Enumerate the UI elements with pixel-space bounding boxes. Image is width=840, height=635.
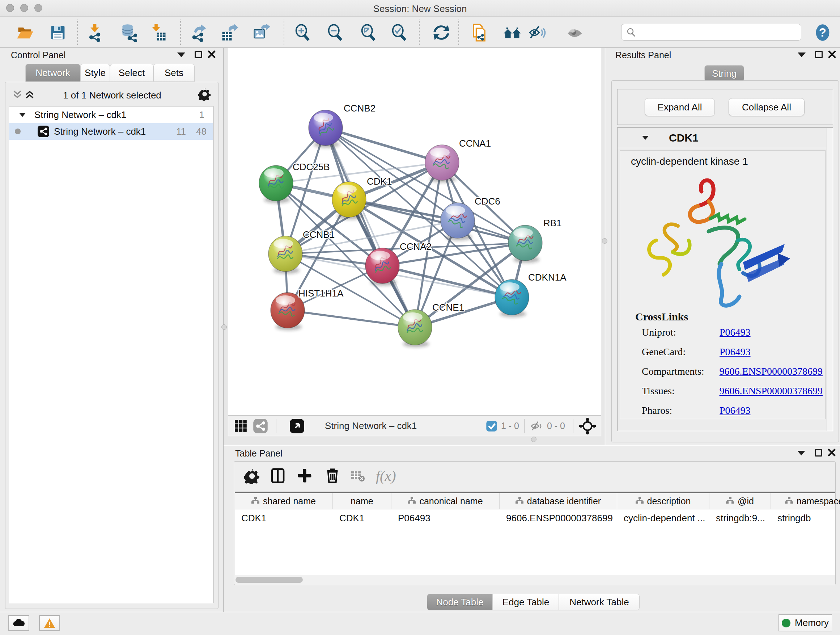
column-header-namespace[interactable]: namespace xyxy=(771,493,840,509)
import-table-icon[interactable] xyxy=(149,23,168,42)
network-node-ccna1[interactable]: CCNA1 xyxy=(425,138,491,180)
delete-column-icon[interactable] xyxy=(324,467,341,484)
show-all-icon[interactable] xyxy=(566,23,584,42)
import-network-database-icon[interactable] xyxy=(120,23,139,42)
column-header-database-identifier[interactable]: database identifier xyxy=(500,493,617,509)
create-column-icon[interactable] xyxy=(296,467,313,484)
table-row[interactable]: CDK1CDK1P064939606.ENSP00000378699cyclin… xyxy=(235,509,835,527)
network-edge[interactable] xyxy=(287,310,415,327)
expand-all-button[interactable]: Expand All xyxy=(645,98,715,116)
network-node-cdkn1a[interactable]: CDKN1A xyxy=(495,272,567,315)
crosslink-value-link[interactable]: P06493 xyxy=(720,346,751,358)
export-image-icon[interactable] xyxy=(252,23,271,42)
network-graph[interactable]: CCNB2CCNA1CDC25BCDK1CDC6RB1CCNB1CCNA2CDK… xyxy=(228,48,601,415)
group-title: CDK1 xyxy=(669,132,699,144)
network-edge[interactable] xyxy=(325,128,442,163)
fit-content-icon[interactable] xyxy=(579,418,596,434)
network-node-ccne1[interactable]: CCNE1 xyxy=(398,302,464,345)
zoom-in-icon[interactable] xyxy=(293,23,312,42)
panel-close-icon[interactable] xyxy=(828,448,836,456)
column-header-shared-name[interactable]: shared name xyxy=(235,493,333,509)
birdseye-view-icon[interactable] xyxy=(503,23,522,42)
tab-style[interactable]: Style xyxy=(80,64,110,82)
panel-close-icon[interactable] xyxy=(828,50,836,58)
delete-table-icon[interactable] xyxy=(351,470,365,483)
tab-network-table[interactable]: Network Table xyxy=(559,594,639,610)
column-header-description[interactable]: description xyxy=(617,493,709,509)
column-header-name[interactable]: name xyxy=(333,493,392,509)
collapse-all-button[interactable]: Collapse All xyxy=(729,98,805,116)
detach-view-icon[interactable] xyxy=(289,418,305,434)
hidden-eye-icon[interactable] xyxy=(530,419,544,433)
group-expander-icon[interactable] xyxy=(642,136,649,140)
expand-all-icon[interactable] xyxy=(24,89,35,100)
panel-float-icon[interactable] xyxy=(815,449,822,456)
network-view-icon[interactable] xyxy=(253,418,268,434)
group-header[interactable]: CDK1 xyxy=(617,128,833,148)
panel-close-icon[interactable] xyxy=(208,50,216,58)
panel-float-icon[interactable] xyxy=(815,51,823,58)
table-cell[interactable]: 9606.ENSP00000378699 xyxy=(500,509,617,527)
refresh-layout-icon[interactable] xyxy=(432,23,451,42)
tab-sets[interactable]: Sets xyxy=(153,64,195,82)
panel-menu-icon[interactable] xyxy=(798,52,806,57)
grid-view-icon[interactable] xyxy=(234,419,248,433)
open-session-icon[interactable] xyxy=(16,23,35,42)
tab-network[interactable]: Network xyxy=(25,64,80,82)
crosslink-value-link[interactable]: 9606.ENSP00000378699 xyxy=(720,366,823,377)
left-divider-handle[interactable] xyxy=(221,325,227,330)
table-settings-icon[interactable] xyxy=(244,468,260,484)
network-canvas[interactable]: CCNB2CCNA1CDC25BCDK1CDC6RB1CCNB1CCNA2CDK… xyxy=(228,48,601,416)
hide-selected-icon[interactable] xyxy=(528,23,547,42)
network-node-rb1[interactable]: RB1 xyxy=(508,218,562,261)
results-scrollbar[interactable] xyxy=(827,128,833,431)
memory-button[interactable]: Memory xyxy=(778,614,832,631)
bottom-divider-handle[interactable] xyxy=(531,437,537,442)
crosslink-value-link[interactable]: P06493 xyxy=(720,405,751,416)
collapse-all-icon[interactable] xyxy=(11,89,23,100)
hscroll-thumb[interactable] xyxy=(235,577,303,583)
zoom-selected-icon[interactable] xyxy=(390,23,409,42)
tree-expander-icon[interactable] xyxy=(19,113,26,117)
panel-float-icon[interactable] xyxy=(195,51,202,58)
import-network-file-icon[interactable] xyxy=(85,23,104,42)
table-cell[interactable]: CDK1 xyxy=(235,509,333,527)
network-row-selected[interactable]: String Network – cdk1 11 48 xyxy=(9,123,213,140)
tab-string[interactable]: String xyxy=(704,65,744,82)
save-session-icon[interactable] xyxy=(49,23,67,42)
zoom-fit-icon[interactable] xyxy=(359,23,378,42)
table-cell[interactable]: stringdb xyxy=(771,509,840,527)
function-builder-icon[interactable]: f(x) xyxy=(376,467,396,485)
table-cell[interactable]: cyclin-dependent ... xyxy=(617,509,709,527)
crosslink-value-link[interactable]: 9606.ENSP00000378699 xyxy=(720,385,823,397)
column-header--id[interactable]: @id xyxy=(709,493,771,509)
warning-button[interactable] xyxy=(39,615,60,631)
tab-select[interactable]: Select xyxy=(110,64,153,82)
table-cell[interactable]: stringdb:9... xyxy=(709,509,771,527)
search-input[interactable] xyxy=(637,27,792,37)
copy-network-icon[interactable] xyxy=(470,23,488,42)
network-collection-row[interactable]: String Network – cdk1 1 xyxy=(9,106,213,123)
table-hscrollbar[interactable] xyxy=(235,575,835,585)
zoom-out-icon[interactable] xyxy=(325,23,344,42)
tab-node-table[interactable]: Node Table xyxy=(427,594,493,610)
network-node-hist1h1a[interactable]: HIST1H1A xyxy=(271,288,344,328)
table-cell[interactable]: P06493 xyxy=(392,509,500,527)
panel-menu-icon[interactable] xyxy=(797,451,805,455)
column-header-canonical-name[interactable]: canonical name xyxy=(392,493,500,509)
network-node-ccnb1[interactable]: CCNB1 xyxy=(268,229,335,272)
cloud-button[interactable] xyxy=(8,615,29,631)
column-header-label: namespace xyxy=(797,496,840,507)
panel-menu-icon[interactable] xyxy=(177,52,185,57)
right-divider-handle[interactable] xyxy=(602,238,607,244)
table-cell[interactable]: CDK1 xyxy=(333,509,392,527)
show-columns-icon[interactable] xyxy=(270,467,286,484)
crosslink-value-link[interactable]: P06493 xyxy=(720,326,751,338)
gear-icon[interactable] xyxy=(198,88,211,101)
help-icon[interactable]: ? xyxy=(813,23,832,42)
selected-checkbox-icon[interactable] xyxy=(486,420,497,432)
column-header-label: description xyxy=(647,496,691,507)
export-table-icon[interactable] xyxy=(220,23,239,42)
export-network-icon[interactable] xyxy=(189,23,208,42)
tab-edge-table[interactable]: Edge Table xyxy=(493,594,559,610)
